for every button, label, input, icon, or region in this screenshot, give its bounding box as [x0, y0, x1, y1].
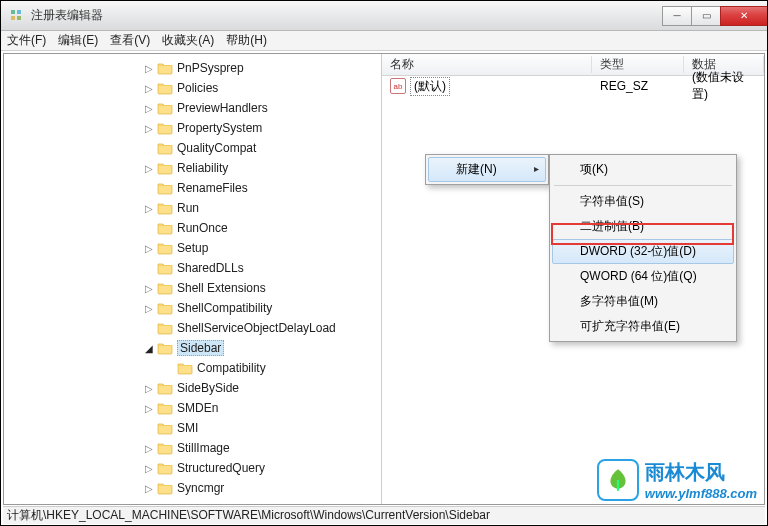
chevron-right-icon[interactable]: ▷	[143, 442, 155, 454]
ctx-new-label: 新建(N)	[456, 162, 497, 176]
tree-item[interactable]: SMI	[4, 418, 381, 438]
tree-label: StructuredQuery	[177, 461, 265, 475]
menu-file[interactable]: 文件(F)	[7, 32, 46, 49]
tree-label: SMDEn	[177, 401, 218, 415]
folder-icon	[157, 481, 173, 495]
chevron-right-icon	[143, 422, 155, 434]
statusbar-path: 计算机\HKEY_LOCAL_MACHINE\SOFTWARE\Microsof…	[7, 507, 490, 524]
tree-label: PropertySystem	[177, 121, 262, 135]
ctx-item[interactable]: 可扩充字符串值(E)	[552, 314, 734, 339]
tree-label: PreviewHandlers	[177, 101, 268, 115]
value-name: (默认)	[410, 77, 450, 96]
chevron-right-icon[interactable]: ▷	[143, 302, 155, 314]
folder-icon	[157, 101, 173, 115]
svg-rect-3	[17, 16, 21, 20]
tree-pane[interactable]: ▷PnPSysprep▷Policies▷PreviewHandlers▷Pro…	[4, 54, 382, 504]
tree-item[interactable]: ▷SMDEn	[4, 398, 381, 418]
tree-item[interactable]: ▷Policies	[4, 78, 381, 98]
chevron-right-icon[interactable]: ▷	[143, 82, 155, 94]
ctx-item[interactable]: QWORD (64 位)值(Q)	[552, 264, 734, 289]
tree-item[interactable]: Compatibility	[4, 358, 381, 378]
minimize-button[interactable]: ─	[662, 6, 692, 26]
tree-label: Syncmgr	[177, 481, 224, 495]
tree-label: SharedDLLs	[177, 261, 244, 275]
folder-icon	[157, 81, 173, 95]
context-submenu[interactable]: 项(K)字符串值(S)二进制值(B)DWORD (32-位)值(D)QWORD …	[549, 154, 737, 342]
folder-icon	[157, 161, 173, 175]
chevron-right-icon	[143, 262, 155, 274]
tree-label: ShellCompatibility	[177, 301, 272, 315]
menu-help[interactable]: 帮助(H)	[226, 32, 267, 49]
chevron-right-icon[interactable]: ▷	[143, 162, 155, 174]
maximize-button[interactable]: ▭	[691, 6, 721, 26]
value-type: REG_SZ	[592, 79, 684, 93]
col-type[interactable]: 类型	[592, 56, 684, 73]
folder-icon	[157, 301, 173, 315]
folder-icon	[157, 401, 173, 415]
folder-icon	[157, 461, 173, 475]
tree-label: Setup	[177, 241, 208, 255]
chevron-right-icon[interactable]: ▷	[143, 402, 155, 414]
tree-item[interactable]: ▷StillImage	[4, 438, 381, 458]
chevron-right-icon[interactable]: ▷	[143, 202, 155, 214]
close-button[interactable]: ✕	[720, 6, 768, 26]
ctx-item[interactable]: 字符串值(S)	[552, 189, 734, 214]
tree-item[interactable]: RenameFiles	[4, 178, 381, 198]
tree-item[interactable]: ▷ShellCompatibility	[4, 298, 381, 318]
ctx-new[interactable]: 新建(N) ▸	[428, 157, 546, 182]
chevron-right-icon	[163, 362, 175, 374]
folder-icon	[157, 421, 173, 435]
ctx-item[interactable]: 项(K)	[552, 157, 734, 182]
folder-icon	[157, 221, 173, 235]
chevron-right-icon	[143, 222, 155, 234]
chevron-right-icon[interactable]: ▷	[143, 62, 155, 74]
tree-item[interactable]: ▷SideBySide	[4, 378, 381, 398]
context-menu[interactable]: 新建(N) ▸	[425, 154, 549, 185]
tree-label: Run	[177, 201, 199, 215]
titlebar: 注册表编辑器 ─ ▭ ✕	[1, 1, 767, 31]
tree-item[interactable]: ▷PropertySystem	[4, 118, 381, 138]
ctx-item[interactable]: DWORD (32-位)值(D)	[552, 239, 734, 264]
col-name[interactable]: 名称	[382, 56, 592, 73]
tree-item[interactable]: ▷PnPSysprep	[4, 58, 381, 78]
tree-label: PnPSysprep	[177, 61, 244, 75]
tree-item[interactable]: SharedDLLs	[4, 258, 381, 278]
window-title: 注册表编辑器	[31, 7, 103, 24]
window-buttons: ─ ▭ ✕	[662, 6, 767, 26]
chevron-right-icon[interactable]: ▷	[143, 462, 155, 474]
menu-edit[interactable]: 编辑(E)	[58, 32, 98, 49]
chevron-right-icon	[143, 142, 155, 154]
ctx-item[interactable]: 多字符串值(M)	[552, 289, 734, 314]
chevron-down-icon[interactable]: ◢	[143, 342, 155, 354]
chevron-right-icon[interactable]: ▷	[143, 242, 155, 254]
menu-view[interactable]: 查看(V)	[110, 32, 150, 49]
ctx-item[interactable]: 二进制值(B)	[552, 214, 734, 239]
chevron-right-icon[interactable]: ▷	[143, 102, 155, 114]
tree-item[interactable]: ShellServiceObjectDelayLoad	[4, 318, 381, 338]
tree-label: RunOnce	[177, 221, 228, 235]
tree-item[interactable]: ▷Setup	[4, 238, 381, 258]
chevron-right-icon[interactable]: ▷	[143, 122, 155, 134]
folder-icon	[157, 141, 173, 155]
folder-icon	[157, 281, 173, 295]
client-area: ▷PnPSysprep▷Policies▷PreviewHandlers▷Pro…	[3, 53, 765, 505]
chevron-right-icon[interactable]: ▷	[143, 482, 155, 494]
submenu-arrow-icon: ▸	[534, 163, 539, 174]
chevron-right-icon[interactable]: ▷	[143, 282, 155, 294]
tree-item[interactable]: ▷Reliability	[4, 158, 381, 178]
chevron-right-icon	[143, 322, 155, 334]
tree-item[interactable]: RunOnce	[4, 218, 381, 238]
tree-item[interactable]: ▷PreviewHandlers	[4, 98, 381, 118]
tree-item[interactable]: ▷Shell Extensions	[4, 278, 381, 298]
svg-rect-0	[11, 10, 15, 14]
chevron-right-icon[interactable]: ▷	[143, 382, 155, 394]
tree-item[interactable]: ◢Sidebar	[4, 338, 381, 358]
menu-favorites[interactable]: 收藏夹(A)	[162, 32, 214, 49]
tree-item[interactable]: ▷Run	[4, 198, 381, 218]
folder-icon	[157, 121, 173, 135]
tree-item[interactable]: ▷StructuredQuery	[4, 458, 381, 478]
list-row[interactable]: ab(默认)REG_SZ(数值未设置)	[382, 76, 764, 96]
tree-item[interactable]: QualityCompat	[4, 138, 381, 158]
list-pane[interactable]: 名称 类型 数据 ab(默认)REG_SZ(数值未设置) 新建(N) ▸ 项(K…	[382, 54, 764, 504]
tree-item[interactable]: ▷Syncmgr	[4, 478, 381, 498]
